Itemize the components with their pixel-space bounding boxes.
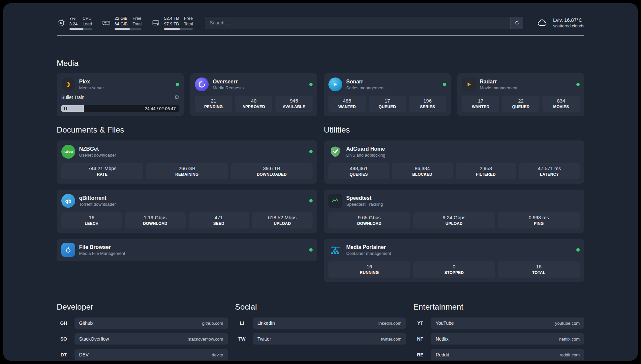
gear-icon[interactable]: ⚙: [174, 95, 179, 100]
filebrowser-card[interactable]: File Browser Media File Management: [57, 239, 317, 261]
cpu-widget: 7% 3.24 CPU Load: [57, 16, 92, 30]
bookmark-link[interactable]: Redditreddit.com: [431, 349, 584, 360]
sonarr-card[interactable]: Sonarr Series management 485WANTED 17QUE…: [324, 73, 451, 116]
section-title-utilities: Utilities: [324, 125, 584, 135]
section-title-developer: Developer: [57, 302, 228, 312]
cpu-usage-bar: [69, 28, 92, 30]
stat-ping: 0.993 msPING: [498, 212, 580, 228]
bookmark-youtube: YT YouTubeyoutube.com: [413, 318, 584, 329]
bookmark-link[interactable]: YouTubeyoutube.com: [431, 318, 584, 329]
app-subtitle: Media File Management: [79, 251, 125, 256]
bookmark-link[interactable]: StackOverflowstackoverflow.com: [75, 333, 228, 345]
stat-upload: 618.52 MbpsUPLOAD: [252, 212, 313, 228]
disk-total-value: 97.9 TB: [164, 21, 179, 27]
bookmark-link[interactable]: Netflixnetflix.com: [431, 333, 584, 345]
app-subtitle: Media Requests: [213, 85, 244, 90]
bookmark-link[interactable]: LinkedInlinkedin.com: [253, 318, 406, 329]
weather-widget: Lviv, 16.87°C scattered clouds: [536, 17, 584, 28]
app-name: qBittorrent: [79, 195, 116, 201]
section-title-documents: Documents & Files: [57, 125, 317, 135]
stat-total: 16TOTAL: [498, 261, 580, 278]
bookmark-github: GH Githubgithub.com: [57, 318, 228, 329]
app-subtitle: Speedtest Tracking: [346, 202, 383, 207]
search-engine-button[interactable]: G: [510, 17, 523, 29]
adguard-card[interactable]: AdGuard Home DNS and adblocking 498,461Q…: [324, 140, 584, 184]
app-name: AdGuard Home: [346, 146, 385, 152]
portainer-icon: [328, 243, 342, 257]
status-dot: [309, 248, 313, 252]
bookmark-abbr: RE: [413, 352, 427, 357]
radarr-icon: [462, 77, 476, 91]
playback-time: 24:44 / 02:06:47: [145, 106, 176, 111]
search-input[interactable]: [205, 17, 510, 29]
ram-icon: [102, 18, 111, 27]
stat-download: 1.19 GbpsDOWNLOAD: [125, 212, 186, 228]
bookmark-abbr: LI: [235, 320, 249, 326]
stat-rate: 744.21 MbpsRATE: [61, 163, 143, 179]
section-title-media: Media: [57, 59, 584, 68]
weather-location-temp: Lviv, 16.87°C: [553, 17, 584, 23]
bookmark-abbr: SO: [57, 336, 71, 342]
nzbget-card[interactable]: nzbget NZBGet Usenet downloader 744.21 M…: [57, 140, 317, 184]
documents-section: Documents & Files nzbget NZBGet Usenet d…: [57, 125, 317, 282]
bookmark-link[interactable]: DEVdev.to: [75, 349, 228, 360]
bookmark-abbr: YT: [413, 320, 427, 326]
stat-pending: 21PENDING: [195, 96, 232, 112]
stat-queries: 498,461QUERIES: [328, 163, 389, 179]
stat-filtered: 2,953FILTERED: [456, 163, 516, 179]
overseerr-card[interactable]: Overseerr Media Requests 21PENDING 40APP…: [190, 73, 317, 116]
bookmark-reddit: RE Redditreddit.com: [413, 349, 584, 360]
app-subtitle: Usenet downloader: [79, 153, 116, 158]
bookmark-stackoverflow: SO StackOverflowstackoverflow.com: [57, 333, 228, 345]
disk-free-label: Free: [184, 16, 193, 21]
stat-queued: 17QUEUED: [369, 96, 406, 112]
media-section: Plex Media server Bullet Train ⚙ 24:44 /…: [57, 73, 584, 116]
app-subtitle: Movie management: [480, 85, 517, 90]
plex-card[interactable]: Plex Media server Bullet Train ⚙ 24:44 /…: [57, 73, 184, 116]
app-name: Radarr: [480, 79, 517, 85]
app-subtitle: Series management: [346, 85, 384, 90]
portainer-card[interactable]: Media Portainer Container management 16R…: [324, 239, 584, 282]
overseerr-icon: [195, 77, 209, 91]
app-name: Overseerr: [213, 79, 244, 85]
disk-total-label: Total: [184, 21, 193, 27]
status-dot: [309, 150, 313, 153]
header-divider: [57, 35, 584, 36]
playback-progress-bar[interactable]: 24:44 / 02:06:47: [61, 105, 179, 112]
speedtest-icon: [328, 194, 342, 208]
qbittorrent-icon: qb: [61, 194, 75, 208]
bookmark-abbr: NF: [413, 336, 427, 342]
utilities-section: Utilities AdGuard Home DNS and adblockin…: [324, 125, 584, 282]
status-dot: [309, 83, 313, 86]
qbittorrent-card[interactable]: qb qBittorrent Torrent downloader 16LEEC…: [57, 190, 317, 233]
app-name: Media Portainer: [346, 244, 391, 250]
stat-movies: 834MOVIES: [542, 96, 580, 112]
radarr-card[interactable]: Radarr Movie management 17WANTED 22QUEUE…: [457, 73, 584, 116]
stat-wanted: 17WANTED: [462, 96, 499, 112]
stat-stopped: 0STOPPED: [413, 261, 495, 278]
cpu-usage-percent: 7%: [69, 16, 77, 21]
bookmark-link[interactable]: Twittertwitter.com: [253, 333, 406, 345]
stat-downloaded: 39.6 TBDOWNLOADED: [231, 163, 313, 179]
bookmark-link[interactable]: Githubgithub.com: [75, 318, 228, 329]
pause-icon[interactable]: [64, 107, 67, 110]
ram-free-label: Free: [133, 16, 141, 21]
cloud-icon: [536, 17, 549, 28]
stat-blocked: 86,384BLOCKED: [392, 163, 453, 179]
weather-condition: scattered clouds: [553, 23, 584, 28]
stat-remaining: 266 GBREMAINING: [146, 163, 228, 179]
stat-download: 9.65 GbpsDOWNLOAD: [328, 212, 410, 228]
disk-widget: 52.4 TB 97.9 TB Free Total: [151, 16, 193, 30]
stat-latency: 47.571 msLATENCY: [519, 163, 580, 179]
stat-leech: 16LEECH: [61, 212, 122, 228]
section-title-social: Social: [235, 302, 406, 312]
app-name: File Browser: [79, 244, 125, 250]
developer-section: Developer GH Githubgithub.com SO StackOv…: [57, 302, 228, 360]
bookmark-twitter: TW Twittertwitter.com: [235, 333, 406, 345]
cpu-icon: [57, 18, 66, 27]
speedtest-card[interactable]: Speedtest Speedtest Tracking 9.65 GbpsDO…: [324, 190, 584, 233]
ram-usage-bar: [114, 28, 141, 30]
ram-widget: 22 GiB 64 GiB Free Total: [102, 16, 141, 30]
app-name: Plex: [79, 79, 104, 85]
stat-approved: 40APPROVED: [235, 96, 272, 112]
